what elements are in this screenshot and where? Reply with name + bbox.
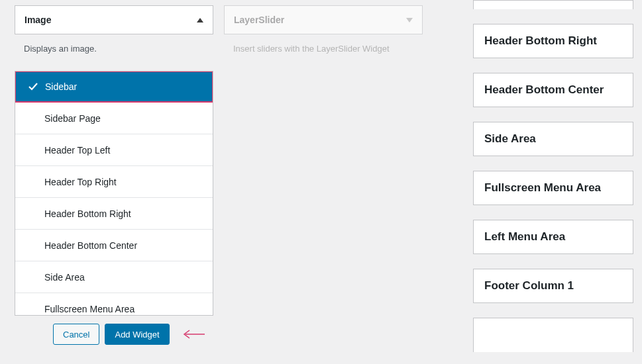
sidebar-area-label: Header Bottom Center — [484, 83, 604, 97]
listbox-item[interactable]: Sidebar Page — [15, 103, 213, 134]
sidebar-area-partial-top[interactable] — [473, 0, 633, 9]
sidebar-area-partial-bottom[interactable] — [473, 318, 633, 352]
listbox-item[interactable]: Header Bottom Center — [15, 230, 213, 261]
cancel-button[interactable]: Cancel — [53, 324, 99, 345]
listbox-item[interactable]: Header Top Left — [15, 134, 213, 166]
listbox-item[interactable]: Side Area — [15, 261, 213, 293]
widget-selector-layerslider[interactable]: LayerSlider — [224, 5, 423, 34]
chevron-down-icon — [406, 18, 413, 23]
actions-row: Cancel Add Widget — [53, 324, 213, 345]
sidebar-area[interactable]: Header Bottom Right — [473, 24, 633, 58]
sidebar-area-label: Fullscreen Menu Area — [484, 181, 601, 195]
sidebar-area[interactable]: Footer Column 1 — [473, 269, 633, 303]
sidebar-area[interactable]: Header Bottom Center — [473, 73, 633, 107]
sidebar-area[interactable]: Fullscreen Menu Area — [473, 171, 633, 205]
sidebar-area-listbox: Sidebar Sidebar Page Header Top Left Hea… — [15, 71, 213, 316]
add-widget-button[interactable]: Add Widget — [105, 324, 169, 345]
add-widget-label: Add Widget — [115, 330, 159, 340]
listbox-item-sidebar[interactable]: Sidebar — [15, 71, 213, 103]
listbox-item-label: Header Bottom Right — [44, 208, 131, 219]
widget-title: LayerSlider — [234, 15, 284, 25]
chevron-up-icon — [197, 18, 203, 23]
listbox-item[interactable]: Header Top Right — [15, 166, 213, 198]
sidebar-area[interactable]: Side Area — [473, 122, 633, 156]
listbox-item-label: Header Bottom Center — [44, 240, 137, 251]
listbox-item-label: Header Top Left — [44, 145, 110, 156]
listbox-scroll[interactable]: Sidebar Sidebar Page Header Top Left Hea… — [15, 71, 213, 315]
listbox-item[interactable]: Header Bottom Right — [15, 198, 213, 230]
sidebar-area-label: Side Area — [484, 132, 536, 146]
cancel-label: Cancel — [63, 330, 89, 340]
widget-selector-image[interactable]: Image — [15, 5, 213, 34]
arrow-left-icon — [182, 330, 205, 339]
widget-description: Displays an image. — [24, 44, 213, 54]
sidebar-area-label: Header Bottom Right — [484, 34, 597, 48]
listbox-item-label: Fullscreen Menu Area — [44, 304, 134, 314]
listbox-item-label: Sidebar Page — [44, 113, 101, 124]
widget-title: Image — [25, 15, 51, 25]
sidebar-area-label: Footer Column 1 — [484, 279, 574, 293]
sidebar-area-label: Left Menu Area — [484, 230, 565, 244]
listbox-item-label: Header Top Right — [44, 177, 117, 187]
listbox-item-label: Sidebar — [45, 81, 77, 92]
widget-description: Insert sliders with the LayerSlider Widg… — [233, 44, 423, 54]
listbox-item-label: Side Area — [44, 272, 85, 283]
sidebar-area[interactable]: Left Menu Area — [473, 220, 633, 254]
listbox-item[interactable]: Fullscreen Menu Area — [15, 293, 213, 315]
check-icon — [28, 81, 45, 92]
